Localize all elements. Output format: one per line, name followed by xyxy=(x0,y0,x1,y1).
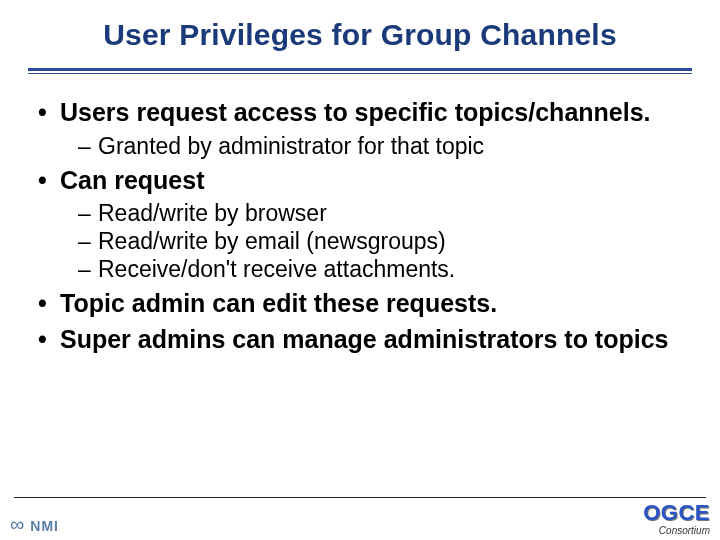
bullet-text: Topic admin can edit these requests. xyxy=(60,289,497,317)
bullet-text: Super admins can manage administrators t… xyxy=(60,325,668,353)
nmi-logo: ∞ NMI xyxy=(10,514,59,534)
list-item: Can request Read/write by browser Read/w… xyxy=(38,166,682,284)
sub-list: Read/write by browser Read/write by emai… xyxy=(78,199,682,283)
bullet-text: Users request access to specific topics/… xyxy=(60,98,651,126)
bullet-text: Can request xyxy=(60,166,204,194)
nmi-text: NMI xyxy=(30,518,59,534)
infinity-icon: ∞ xyxy=(10,514,24,534)
list-item: Users request access to specific topics/… xyxy=(38,98,682,160)
consortium-text: Consortium xyxy=(643,525,710,536)
slide-content: Users request access to specific topics/… xyxy=(0,74,720,354)
footer-divider xyxy=(14,497,706,498)
slide-title: User Privileges for Group Channels xyxy=(0,0,720,62)
sub-list: Granted by administrator for that topic xyxy=(78,132,682,160)
bullet-list: Users request access to specific topics/… xyxy=(38,98,682,354)
list-item: Read/write by email (newsgroups) xyxy=(78,227,682,255)
list-item: Receive/don't receive attachments. xyxy=(78,255,682,283)
ogce-logo: OGCE Consortium xyxy=(643,502,710,536)
ogce-text: OGCE xyxy=(643,502,710,524)
list-item: Granted by administrator for that topic xyxy=(78,132,682,160)
footer: ∞ NMI OGCE Consortium xyxy=(0,500,720,540)
list-item: Read/write by browser xyxy=(78,199,682,227)
list-item: Super admins can manage administrators t… xyxy=(38,325,682,355)
list-item: Topic admin can edit these requests. xyxy=(38,289,682,319)
